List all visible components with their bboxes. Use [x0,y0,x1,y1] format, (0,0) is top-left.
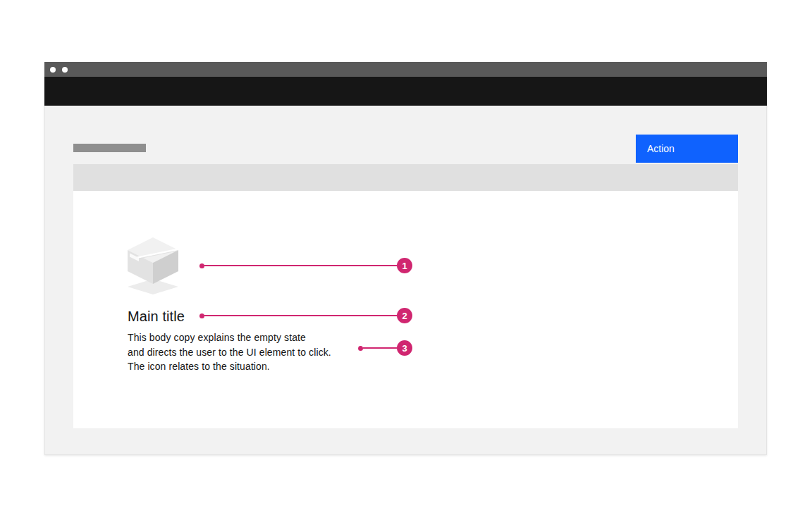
action-button[interactable]: Action [636,135,738,163]
window-dot-icon [62,67,68,73]
empty-state-title: Main title [128,309,738,325]
empty-state-body-line: and directs the user to the UI element t… [128,345,738,360]
empty-state-body-line: This body copy explains the empty state [128,330,738,345]
skeleton-text-bar [73,144,146,152]
app-navbar [44,77,767,106]
table-header-row [73,164,738,191]
browser-titlebar [44,62,767,77]
browser-window: Action Main title This body copy explain… [44,62,767,455]
empty-state-panel: Main title This body copy explains the e… [73,191,738,428]
empty-state-body: This body copy explains the empty state … [128,330,738,374]
package-box-icon [128,237,178,295]
window-dot-icon [50,67,56,73]
empty-state-body-line: The icon relates to the situation. [128,359,738,374]
app-canvas: Action Main title This body copy explain… [44,106,767,455]
